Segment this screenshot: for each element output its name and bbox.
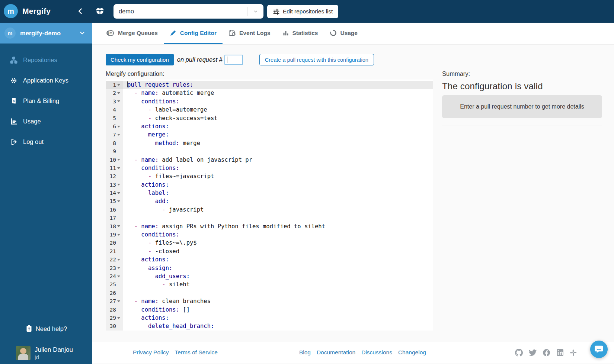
- repository-select[interactable]: demo: [113, 4, 263, 19]
- sidebar-item-application-keys[interactable]: Application Keys: [0, 70, 92, 91]
- line-number: 13: [106, 181, 116, 189]
- tab-usage[interactable]: Usage: [324, 23, 364, 44]
- editor-line: 24 add_users:: [106, 272, 433, 280]
- check-configuration-button[interactable]: Check my configuration: [106, 54, 174, 65]
- twitter-icon[interactable]: [529, 349, 537, 357]
- github-icon[interactable]: [515, 349, 523, 357]
- tab-event-logs[interactable]: Event Logs: [223, 23, 276, 44]
- linkedin-icon[interactable]: [556, 349, 564, 356]
- chevron-down-icon[interactable]: [247, 7, 263, 16]
- editor-gutter-cell: 18: [106, 222, 123, 231]
- fold-arrow-icon[interactable]: [117, 184, 120, 186]
- code-line-content: conditions:: [123, 97, 433, 106]
- fold-arrow-icon[interactable]: [117, 126, 120, 128]
- footer-link-privacy-policy[interactable]: Privacy Policy: [133, 349, 169, 356]
- user-menu[interactable]: Julien Danjou jd: [16, 346, 73, 361]
- edit-repositories-label: Edit repositories list: [283, 8, 333, 15]
- fold-arrow-icon[interactable]: [117, 317, 120, 319]
- fold-arrow-icon[interactable]: [117, 100, 120, 102]
- footer-link-documentation[interactable]: Documentation: [317, 349, 355, 356]
- editor-gutter-cell: 24: [106, 272, 123, 280]
- mergify-logo-icon: m: [4, 4, 18, 18]
- footer-link-terms-of-service[interactable]: Terms of Service: [175, 349, 217, 356]
- sidebar-item-usage[interactable]: Usage: [0, 111, 92, 132]
- page-footer: Privacy PolicyTerms of Service BlogDocum…: [92, 342, 614, 363]
- fold-arrow-icon[interactable]: [117, 84, 120, 86]
- footer-link-changelog[interactable]: Changelog: [398, 349, 426, 356]
- code-line-content: actions:: [123, 255, 433, 264]
- editor-gutter-cell: 1: [106, 81, 123, 89]
- fold-arrow-icon[interactable]: [117, 159, 120, 161]
- editor-line: 13 actions:: [106, 181, 433, 189]
- line-number: 5: [106, 114, 116, 122]
- fold-arrow-icon[interactable]: [117, 234, 120, 236]
- code-line-content: - name: automatic merge: [123, 89, 433, 97]
- editor-line: 11 conditions:: [106, 164, 433, 172]
- code-line-content: method: merge: [123, 139, 433, 147]
- slack-icon[interactable]: [570, 349, 577, 356]
- config-editor[interactable]: 1pull_request_rules:2 - name: automatic …: [106, 80, 433, 331]
- pull-request-number-input[interactable]: [224, 55, 243, 65]
- editor-line: 17: [106, 214, 433, 222]
- editor-line: 10 - name: add label on javascript pr: [106, 156, 433, 164]
- sidebar-item-label: Usage: [23, 118, 41, 125]
- fold-arrow-icon[interactable]: [117, 259, 120, 261]
- fold-arrow-icon[interactable]: [117, 134, 120, 136]
- user-login: jd: [35, 354, 73, 361]
- editor-line: 3 conditions:: [106, 97, 433, 106]
- collapse-sidebar-icon[interactable]: [77, 7, 86, 16]
- line-number: 12: [106, 172, 116, 180]
- line-number: 3: [106, 97, 116, 106]
- footer-link-blog[interactable]: Blog: [299, 349, 311, 356]
- code-line-content: - -closed: [123, 247, 433, 255]
- fold-arrow-icon[interactable]: [117, 300, 120, 302]
- create-pull-request-button[interactable]: Create a pull request with this configur…: [259, 54, 374, 65]
- repositories-icon: [10, 57, 18, 64]
- event-logs-icon: [228, 29, 236, 37]
- facebook-icon[interactable]: [543, 349, 550, 357]
- code-line-content: - files~=\.py$: [123, 239, 433, 247]
- editor-gutter-cell: 14: [106, 189, 123, 197]
- on-pull-request-label: on pull request #: [177, 56, 223, 63]
- tab-config-editor[interactable]: Config Editor: [164, 23, 223, 44]
- line-number: 6: [106, 122, 116, 131]
- editor-gutter-cell: 26: [106, 289, 123, 297]
- tab-statistics[interactable]: Statistics: [276, 23, 324, 44]
- fold-arrow-icon[interactable]: [117, 200, 120, 202]
- fold-arrow-icon[interactable]: [117, 167, 120, 169]
- footer-links-right: BlogDocumentationDiscussionsChangelog: [299, 349, 426, 356]
- fold-arrow-icon[interactable]: [117, 92, 120, 94]
- tab-merge-queues[interactable]: mMerge Queues: [99, 23, 164, 44]
- fold-arrow-icon[interactable]: [117, 225, 120, 227]
- summary-panel: Summary: The configuration is valid Ente…: [442, 70, 602, 331]
- editor-line: 8 method: merge: [106, 139, 433, 147]
- editor-gutter-cell: 3: [106, 97, 123, 106]
- merge-queues-icon: m: [105, 29, 115, 37]
- fold-arrow-icon[interactable]: [117, 192, 120, 194]
- editor-gutter-cell: 4: [106, 106, 123, 114]
- chat-bubble-icon: [594, 344, 604, 354]
- organization-switcher[interactable]: m mergify-demo: [0, 23, 92, 44]
- footer-link-discussions[interactable]: Discussions: [361, 349, 392, 356]
- editor-gutter-cell: 16: [106, 206, 123, 214]
- fold-arrow-icon[interactable]: [117, 276, 120, 277]
- sidebar-item-log-out[interactable]: Log out: [0, 132, 92, 152]
- sidebar-item-repositories[interactable]: Repositories: [0, 50, 92, 70]
- config-toolbar: Check my configuration on pull request #…: [106, 54, 614, 65]
- need-help-link[interactable]: ? Need help?: [0, 325, 92, 332]
- code-line-content: - name: assign PRs with Python files mod…: [123, 222, 433, 231]
- sidebar-item-plan-billing[interactable]: $Plan & Billing: [0, 91, 92, 111]
- line-number: 1: [106, 81, 116, 89]
- chevron-down-icon: [79, 30, 86, 36]
- line-number: 19: [106, 231, 116, 239]
- svg-text:m: m: [109, 31, 112, 35]
- summary-divider: [442, 126, 602, 126]
- line-number: 30: [106, 322, 116, 330]
- edit-repositories-button[interactable]: Edit repositories list: [267, 5, 338, 18]
- editor-gutter-cell: 21: [106, 247, 123, 255]
- editor-line: 7 merge:: [106, 131, 433, 139]
- editor-gutter-cell: 25: [106, 280, 123, 289]
- sidebar-item-label: Plan & Billing: [23, 97, 59, 104]
- chat-widget-button[interactable]: [590, 341, 608, 358]
- fold-arrow-icon[interactable]: [117, 267, 120, 269]
